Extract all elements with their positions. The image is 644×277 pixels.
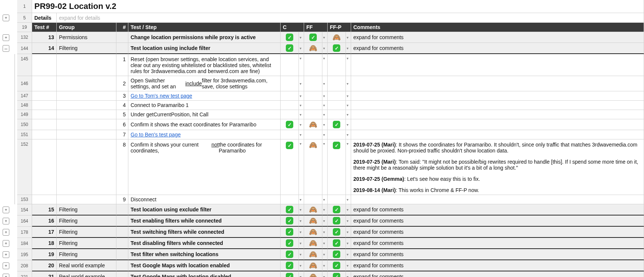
expand-icon[interactable]: + [3,15,9,21]
comments-cell[interactable]: expand for comments [351,271,644,277]
dropdown-arrow[interactable]: ▾ [322,271,328,277]
comments-cell[interactable]: expand for comments [351,204,644,215]
dropdown-arrow[interactable]: ▾ [322,215,328,227]
dropdown-arrow[interactable]: ▾ [322,91,328,101]
dropdown-arrow[interactable]: ▾ [322,119,328,130]
dropdown-arrow[interactable]: ▾ [299,227,304,238]
comments-cell[interactable] [351,91,644,101]
dropdown-arrow[interactable]: ▾ [346,215,351,227]
dropdown-arrow[interactable]: ▾ [299,119,304,130]
dropdown-arrow[interactable]: ▾ [346,43,351,54]
dropdown-arrow[interactable]: ▾ [322,101,328,110]
dropdown-arrow[interactable]: ▾ [299,249,304,260]
comments-cell[interactable]: expand for comments [351,260,644,271]
outline-toggle[interactable]: + [0,271,12,277]
expand-icon[interactable]: + [3,229,9,236]
dropdown-arrow[interactable]: ▾ [346,130,351,139]
dropdown-arrow[interactable]: ▾ [346,32,351,43]
dropdown-arrow[interactable]: ▾ [299,195,304,204]
dropdown-arrow[interactable]: ▾ [346,271,351,277]
comments-cell[interactable] [351,119,644,130]
comments-cell[interactable] [351,54,644,76]
dropdown-arrow[interactable]: ▾ [299,260,304,271]
comments-cell[interactable] [351,195,644,204]
comments-cell[interactable]: expand for comments [351,227,644,238]
dropdown-arrow[interactable]: ▾ [346,204,351,215]
comments-cell[interactable]: expand for comments [351,215,644,227]
dropdown-arrow[interactable]: ▾ [299,271,304,277]
dropdown-arrow[interactable]: ▾ [346,227,351,238]
dropdown-arrow[interactable]: ▾ [299,32,304,43]
status-ff: 🙈 [304,139,322,195]
outline-toggle[interactable]: + [0,238,12,249]
dropdown-arrow[interactable]: ▾ [346,54,351,76]
comments-cell[interactable] [351,101,644,110]
expand-icon[interactable]: + [3,262,9,269]
comments-cell[interactable] [351,110,644,119]
dropdown-arrow[interactable]: ▾ [346,101,351,110]
dropdown-arrow[interactable]: ▾ [299,91,304,101]
dropdown-arrow[interactable]: ▾ [299,130,304,139]
dropdown-arrow[interactable]: ▾ [346,91,351,101]
dropdown-arrow[interactable]: ▾ [299,110,304,119]
dropdown-arrow[interactable]: ▾ [299,215,304,227]
step-link[interactable]: Go to Tom's new test page [131,93,192,99]
outline-toggle[interactable]: – [0,43,12,54]
dropdown-arrow[interactable]: ▾ [346,139,351,195]
outline-toggle[interactable]: + [0,227,12,238]
comments-cell[interactable]: expand for comments [351,249,644,260]
expand-icon[interactable]: + [3,274,9,277]
comments-cell[interactable]: expand for comments [351,43,644,54]
dropdown-arrow[interactable]: ▾ [322,238,328,249]
dropdown-arrow[interactable]: ▾ [299,76,304,91]
status-c: ✓ [281,139,299,195]
row-number: 152 [17,139,32,195]
dropdown-arrow[interactable]: ▾ [322,139,328,195]
dropdown-arrow[interactable]: ▾ [299,54,304,76]
dropdown-arrow[interactable]: ▾ [299,43,304,54]
outline-toggle[interactable]: + [0,215,12,227]
dropdown-arrow[interactable]: ▾ [322,32,328,43]
comments-cell[interactable]: expand for comments [351,32,644,43]
outline-toggle[interactable]: + [0,32,12,43]
comments-cell[interactable] [351,76,644,91]
expand-icon[interactable]: + [3,207,9,213]
dropdown-arrow[interactable]: ▾ [346,249,351,260]
comments-cell[interactable]: expand for comments [351,238,644,249]
row-number: 149 [17,110,32,119]
dropdown-arrow[interactable]: ▾ [299,101,304,110]
dropdown-arrow[interactable]: ▾ [346,119,351,130]
dropdown-arrow[interactable]: ▾ [322,204,328,215]
dropdown-arrow[interactable]: ▾ [322,110,328,119]
dropdown-arrow[interactable]: ▾ [299,139,304,195]
step-link[interactable]: Go to Ben's test page [131,132,181,138]
dropdown-arrow[interactable]: ▾ [322,260,328,271]
row-number: 153 [17,195,32,204]
outline-toggle[interactable]: + [0,260,12,271]
dropdown-arrow[interactable]: ▾ [322,249,328,260]
dropdown-arrow[interactable]: ▾ [299,238,304,249]
dropdown-arrow[interactable]: ▾ [346,110,351,119]
dropdown-arrow[interactable]: ▾ [322,195,328,204]
dropdown-arrow[interactable]: ▾ [322,76,328,91]
details-hint[interactable]: expand for details [57,13,644,23]
dropdown-arrow[interactable]: ▾ [322,54,328,76]
outline-toggle[interactable]: + [0,204,12,215]
dropdown-arrow[interactable]: ▾ [322,43,328,54]
dropdown-arrow[interactable]: ▾ [346,238,351,249]
dropdown-arrow[interactable]: ▾ [322,130,328,139]
comments-cell[interactable] [351,130,644,139]
dropdown-arrow[interactable]: ▾ [346,76,351,91]
expand-icon[interactable]: + [3,240,9,247]
dropdown-arrow[interactable]: ▾ [346,195,351,204]
dropdown-arrow[interactable]: ▾ [299,204,304,215]
collapse-icon[interactable]: – [3,45,9,52]
outline-toggle[interactable]: + [0,13,12,23]
expand-icon[interactable]: + [3,34,9,41]
expand-icon[interactable]: + [3,251,9,258]
dropdown-arrow[interactable]: ▾ [346,260,351,271]
expand-icon[interactable]: + [3,218,9,224]
dropdown-arrow[interactable]: ▾ [322,227,328,238]
outline-toggle[interactable]: + [0,249,12,260]
comments-cell[interactable]: 2019-07-25 (Mari): It shows the coordina… [351,139,644,195]
